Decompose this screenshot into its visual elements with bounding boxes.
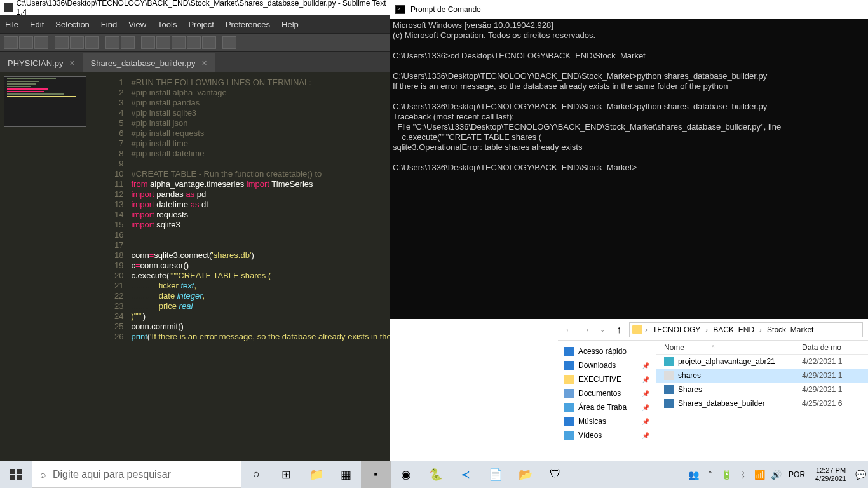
open-file-icon[interactable]: [19, 36, 33, 49]
tab-physician-py[interactable]: PHYSICIAN.py×: [0, 53, 83, 72]
sidebar-item-acesso-r-pido[interactable]: Acesso rápido: [558, 344, 656, 358]
video-icon: [564, 431, 574, 440]
paste-icon[interactable]: [85, 36, 99, 49]
save-file-icon[interactable]: [34, 36, 48, 49]
layout-2col-icon[interactable]: [156, 36, 170, 49]
code-editor[interactable]: 1234567891011121314151617181920212223242…: [114, 72, 390, 461]
taskbar-app-explorer[interactable]: 📁: [301, 461, 331, 488]
system-clock[interactable]: 12:27 PM 4/29/2021: [810, 466, 851, 483]
task-view-icon[interactable]: ⊞: [271, 461, 301, 488]
wifi-icon[interactable]: 📶: [752, 461, 767, 488]
menu-file[interactable]: File: [5, 20, 18, 29]
column-headers[interactable]: Nome ^ Data de mo: [656, 341, 868, 355]
taskbar-app-pyfile[interactable]: 📄: [480, 461, 510, 488]
layout-single-icon[interactable]: [141, 36, 155, 49]
copy-icon[interactable]: [70, 36, 84, 49]
layout-3col-icon[interactable]: [172, 36, 186, 49]
chevron-right-icon[interactable]: ›: [759, 325, 762, 334]
menu-project[interactable]: Project: [188, 20, 214, 29]
close-tab-icon[interactable]: ×: [69, 58, 74, 68]
clock-date: 4/29/2021: [815, 475, 846, 483]
sublime-toolbar: [0, 33, 390, 52]
cut-icon[interactable]: [55, 36, 69, 49]
menu-edit[interactable]: Edit: [30, 20, 44, 29]
file-explorer-window: ← → ⌄ ↑ › TECNOLOGY › BACK_END › Stock_M…: [558, 319, 868, 461]
people-icon[interactable]: 👥: [686, 461, 701, 488]
cmd-icon: [395, 5, 405, 14]
file-name: projeto_alphavantage_abr21: [678, 357, 798, 366]
sidebar-item--rea-de-traba[interactable]: Área de Traba📌: [558, 400, 656, 414]
address-bar[interactable]: › TECNOLOGY › BACK_END › Stock_Market: [629, 322, 863, 337]
sidebar-item-m-sicas[interactable]: Músicas📌: [558, 414, 656, 428]
pin-icon: 📌: [642, 404, 649, 411]
file-list[interactable]: projeto_alphavantage_abr214/22/2021 1sha…: [656, 355, 868, 461]
sidebar-label: Área de Traba: [578, 403, 627, 412]
taskbar-app-chrome[interactable]: ◉: [391, 461, 421, 488]
sidebar-label: Vídeos: [578, 431, 602, 440]
file-row[interactable]: projeto_alphavantage_abr214/22/2021 1: [656, 355, 868, 369]
taskbar-app-vscode[interactable]: ≺: [451, 461, 480, 488]
cmd-titlebar[interactable]: Prompt de Comando: [390, 0, 868, 19]
menu-tools[interactable]: Tools: [158, 20, 177, 29]
undo-icon[interactable]: [105, 36, 119, 49]
pyf-file-icon: [664, 385, 674, 394]
nav-back-icon[interactable]: ←: [563, 324, 576, 336]
column-name[interactable]: Nome: [664, 343, 802, 352]
menu-view[interactable]: View: [128, 20, 146, 29]
sidebar-label: Documentos: [578, 389, 621, 398]
taskbar-app-sublime[interactable]: ▦: [331, 461, 361, 488]
cortana-icon[interactable]: ○: [241, 461, 271, 488]
nav-forward-icon[interactable]: →: [580, 324, 592, 336]
volume-icon[interactable]: 🔊: [768, 461, 783, 488]
taskbar-app-folder[interactable]: 📂: [510, 461, 540, 488]
bluetooth-icon[interactable]: ᛒ: [735, 461, 750, 488]
language-indicator[interactable]: POR: [785, 470, 809, 479]
taskbar-app-cmd[interactable]: ▪: [361, 461, 391, 488]
menu-preferences[interactable]: Preferences: [226, 20, 270, 29]
menu-selection[interactable]: Selection: [55, 20, 89, 29]
sublime-logo-icon: [4, 3, 13, 12]
cmd-output[interactable]: Microsoft Windows [versão 10.0.19042.928…: [390, 19, 868, 319]
sidebar-item-executive[interactable]: EXECUTIVE📌: [558, 372, 656, 386]
history-dropdown-icon[interactable]: ⌄: [596, 326, 609, 333]
tray-chevron-up-icon[interactable]: ˄: [702, 461, 717, 488]
chevron-right-icon[interactable]: ›: [705, 325, 708, 334]
layout-2row-icon[interactable]: [187, 36, 201, 49]
column-date[interactable]: Data de mo: [802, 343, 860, 352]
sidebar-item-v-deos[interactable]: Vídeos📌: [558, 428, 656, 442]
sublime-titlebar[interactable]: C:\Users\1336\Desktop\TECNOLOGY\BACK_END…: [0, 0, 390, 15]
file-date: 4/29/2021 1: [802, 385, 860, 394]
breadcrumb-item[interactable]: Stock_Market: [764, 325, 816, 334]
new-file-icon[interactable]: [4, 36, 18, 49]
sidebar-item-documentos[interactable]: Documentos📌: [558, 386, 656, 400]
nav-up-icon[interactable]: ↑: [613, 324, 625, 336]
down-icon: [564, 361, 574, 370]
layout-grid-icon[interactable]: [202, 36, 216, 49]
breadcrumb-item[interactable]: TECNOLOGY: [650, 325, 703, 334]
taskbar-security-icon[interactable]: 🛡: [540, 461, 570, 488]
folder-icon: [632, 325, 642, 334]
minimap-thumbnail[interactable]: [4, 76, 86, 127]
tab-shares_database_builder-py[interactable]: Shares_database_builder.py×: [83, 53, 215, 72]
file-row[interactable]: Shares_database_builder4/25/2021 6: [656, 396, 868, 410]
fullscreen-icon[interactable]: [222, 36, 236, 49]
redo-icon[interactable]: [121, 36, 135, 49]
taskbar-app-python[interactable]: 🐍: [421, 461, 451, 488]
file-row[interactable]: shares4/29/2021 1: [656, 369, 868, 383]
start-button[interactable]: [0, 461, 32, 488]
chevron-right-icon[interactable]: ›: [645, 325, 648, 334]
pin-icon: 📌: [642, 418, 649, 425]
db-file-icon: [664, 371, 674, 380]
notifications-icon[interactable]: 💬: [853, 461, 868, 488]
file-row[interactable]: Shares4/29/2021 1: [656, 383, 868, 396]
taskbar-search[interactable]: ⌕ Digite aqui para pesquisar: [32, 461, 241, 488]
breadcrumb-item[interactable]: BACK_END: [710, 325, 757, 334]
battery-icon[interactable]: 🔋: [719, 461, 734, 488]
code-content[interactable]: #RUN THE FOLLOWING LINES ON TERMINAL:#pi…: [128, 72, 390, 461]
search-icon: ⌕: [40, 469, 46, 480]
menu-find[interactable]: Find: [101, 20, 117, 29]
menu-help[interactable]: Help: [281, 20, 299, 29]
close-tab-icon[interactable]: ×: [201, 58, 207, 68]
command-prompt-window: Prompt de Comando Microsoft Windows [ver…: [390, 0, 868, 319]
sidebar-item-downloads[interactable]: Downloads📌: [558, 358, 656, 372]
